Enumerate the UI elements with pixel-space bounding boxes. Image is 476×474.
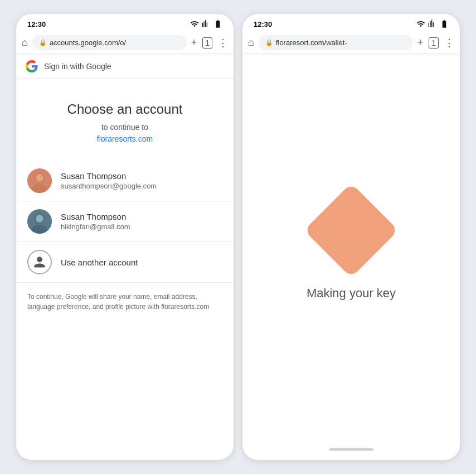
time-left: 12:30 bbox=[27, 20, 46, 28]
avatar-face-1 bbox=[27, 168, 52, 193]
site-link[interactable]: floraresorts.com bbox=[97, 134, 153, 143]
account-name-2: Susan Thompson bbox=[61, 212, 130, 221]
account-info-1: Susan Thompson susanthompson@google.com bbox=[61, 171, 157, 190]
wifi-icon-right bbox=[416, 20, 425, 28]
menu-icon-left[interactable]: ⋮ bbox=[218, 37, 228, 49]
url-bar-left[interactable]: 🔒 accounts.google.com/o/ bbox=[32, 35, 187, 50]
account-email-1: susanthompson@google.com bbox=[61, 182, 157, 190]
left-phone: 12:30 ⌂ 🔒 accounts.google.com/o/ + 1 ⋮ bbox=[16, 14, 234, 460]
status-icons-right bbox=[416, 20, 449, 28]
to-continue-text: to continue to bbox=[27, 123, 222, 132]
tabs-icon-right[interactable]: 1 bbox=[429, 37, 439, 49]
home-icon-right[interactable]: ⌂ bbox=[248, 37, 254, 49]
tabs-icon-left[interactable]: 1 bbox=[202, 37, 212, 49]
lock-icon-left: 🔒 bbox=[39, 39, 47, 46]
choose-account-content: Choose an account to continue to florare… bbox=[16, 79, 234, 460]
home-icon-left[interactable]: ⌂ bbox=[22, 37, 28, 49]
bottom-bar-right bbox=[242, 443, 460, 460]
status-icons-left bbox=[190, 20, 222, 28]
signal-icon-right bbox=[428, 20, 437, 28]
battery-icon bbox=[213, 20, 222, 28]
menu-icon-right[interactable]: ⋮ bbox=[444, 37, 454, 49]
account-list: Susan Thompson susanthompson@google.com … bbox=[16, 161, 234, 283]
avatar-1 bbox=[27, 168, 52, 193]
svg-point-7 bbox=[36, 215, 43, 223]
account-item-1[interactable]: Susan Thompson susanthompson@google.com bbox=[16, 161, 234, 201]
plus-icon-right[interactable]: + bbox=[417, 37, 424, 49]
person-circle-icon bbox=[27, 250, 52, 274]
status-bar-left: 12:30 bbox=[16, 14, 234, 32]
google-signin-header: Sign in with Google bbox=[16, 54, 234, 79]
choose-account-title: Choose an account bbox=[27, 101, 222, 117]
url-text-right: floraresort.com/wallet- bbox=[276, 38, 347, 47]
use-another-account-item[interactable]: Use another account bbox=[16, 242, 234, 283]
avatar-2 bbox=[27, 209, 52, 234]
browser-bar-left: ⌂ 🔒 accounts.google.com/o/ + 1 ⋮ bbox=[16, 32, 234, 54]
account-email-2: hikingfan@gmail.com bbox=[61, 223, 130, 231]
browser-actions-right: + 1 ⋮ bbox=[417, 37, 454, 49]
url-bar-right[interactable]: 🔒 floraresort.com/wallet- bbox=[259, 35, 413, 50]
privacy-notice: To continue, Google will share your name… bbox=[16, 283, 234, 321]
account-name-1: Susan Thompson bbox=[61, 171, 157, 181]
google-signin-text: Sign in with Google bbox=[44, 62, 111, 71]
making-key-text: Making your key bbox=[307, 286, 396, 301]
signal-icon bbox=[202, 20, 211, 28]
browser-actions-left: + 1 ⋮ bbox=[191, 37, 228, 49]
title-section: Choose an account to continue to florare… bbox=[16, 79, 234, 155]
use-another-label: Use another account bbox=[61, 258, 138, 267]
svg-point-3 bbox=[36, 174, 43, 182]
google-logo bbox=[25, 60, 38, 73]
battery-icon-right bbox=[440, 20, 449, 28]
person-icon bbox=[33, 255, 46, 269]
time-right: 12:30 bbox=[254, 20, 272, 28]
avatar-face-2 bbox=[27, 209, 52, 234]
wallet-content: Making your key bbox=[242, 54, 460, 443]
account-item-2[interactable]: Susan Thompson hikingfan@gmail.com bbox=[16, 201, 234, 242]
lock-icon-right: 🔒 bbox=[265, 39, 273, 46]
url-text-left: accounts.google.com/o/ bbox=[50, 38, 126, 47]
diamond-shape bbox=[304, 183, 399, 278]
right-phone: 12:30 ⌂ 🔒 floraresort.com/wallet- + 1 ⋮ bbox=[242, 14, 460, 460]
status-bar-right: 12:30 bbox=[242, 14, 460, 32]
wifi-icon bbox=[190, 20, 199, 28]
account-info-2: Susan Thompson hikingfan@gmail.com bbox=[61, 212, 130, 231]
plus-icon-left[interactable]: + bbox=[191, 37, 197, 49]
browser-bar-right: ⌂ 🔒 floraresort.com/wallet- + 1 ⋮ bbox=[242, 32, 460, 54]
home-indicator-right bbox=[329, 448, 373, 451]
